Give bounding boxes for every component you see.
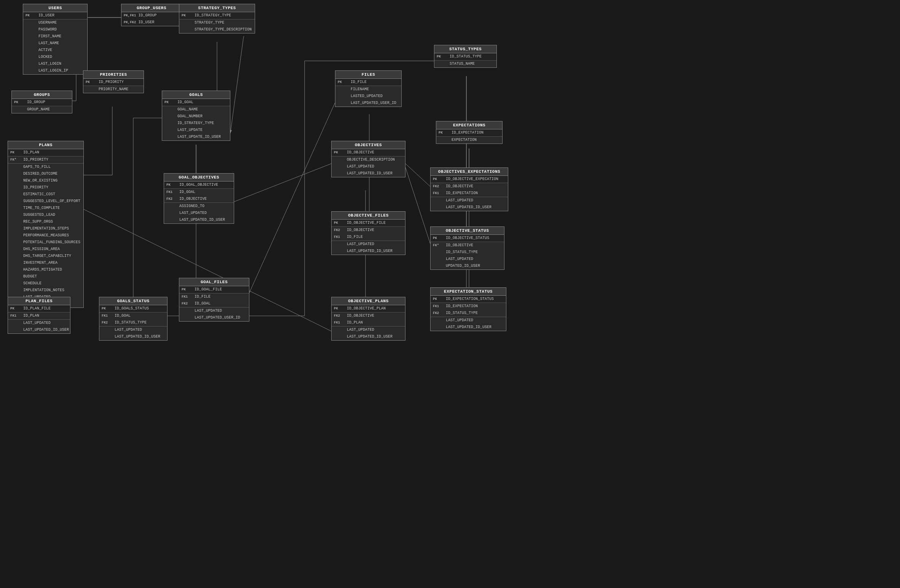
field-name: ID_EXPECTATION [446,304,478,309]
table-row: SUGGESTED_LEAD [8,212,83,218]
table-row: LASTED_UPDATED [335,93,401,100]
table-row: PKID_GOAL_OBJECTIVE [164,182,234,188]
field-name: EXPECTATION [452,137,477,143]
key-label: PK [437,54,447,59]
table-row: PKID_USER [23,12,87,19]
field-name: ID_OBJECTIVE_PLAN [347,306,386,311]
table-row: PKID_STRATEGY_TYPE [179,12,255,19]
table-row: PKID_GOAL [162,99,230,106]
field-name: OBJECTIVE_DESCRIPTION [347,157,395,163]
field-name: ID_GROUP [138,13,156,18]
field-name: GROUP_NAME [27,107,50,112]
field-name: ID_STRATEGY_TYPE [195,13,231,18]
field-name: ID_PLAN [23,150,39,155]
table-row: STRATEGY_TYPE_DESCRIPTION [179,26,255,33]
table-row: PKID_EXPECTATION [436,129,502,136]
field-name: ID_STATUS_TYPE [446,311,478,316]
key-label: PK,FK1 [124,13,136,18]
field-name: LAST_UPDATED [179,210,207,216]
key-label: PK [334,306,345,311]
field-name: ID_STATUS_TYPE [450,54,482,59]
field-name: LAST_UPDATE_ID_USER [177,134,221,140]
field-name: ID_EXPECTATION [446,191,478,196]
field-name: LAST_UPDATED_ID_USER [23,327,69,333]
field-name: ID_OBJECTIVE [446,184,473,189]
table-row: TIME_TO_COMPLETE [8,205,83,212]
table-row: LAST_UPDATED_ID_USER [431,204,508,211]
table-row: POTENTIAL_FUNDING_SOURCES [8,239,83,246]
table-row: DESIRED_OUTCOME [8,171,83,177]
field-name: ID_PLAN_FILE [23,306,51,311]
field-name: STRATEGY_TYPE [195,20,224,25]
table-row: PKID_PLAN_FILE [8,305,70,312]
field-name: INVESTMENT_AREA [23,260,57,266]
table-row: FK1ID_EXPECTATION [431,190,508,197]
field-name: LAST_UPDATED [446,198,473,203]
key-label: PK [10,306,21,311]
table-row: LAST_LOGIN_IP [23,67,87,74]
field-name: LASTED_UPDATED [351,94,383,99]
field-name: SUGGESTED_LEVEL_OF_EFFORT [23,199,80,204]
field-name: FIRST_NAME [38,34,61,39]
svg-line-34 [230,36,244,133]
field-name: ID_GOALS_STATUS [115,306,149,311]
table-row: FK*ID_PRIORITY [8,156,83,163]
table-row: PERFORMANCE_MEASURES [8,232,83,239]
table-goals_status: GOALS_STATUSPKID_GOALS_STATUSFK1ID_GOALF… [99,297,168,341]
key-label: PK [433,236,444,241]
table-row: GOAL_NUMBER [162,113,230,120]
field-name: LAST_LOGIN [38,61,61,67]
table-row: PKID_FILE [335,79,401,86]
key-label: FK2 [433,311,444,316]
field-name: LAST_UPDATED [347,164,374,169]
table-row: IMPLENTATION_NOTES [8,287,83,294]
key-label: PK [102,306,112,311]
field-name: ID_GOAL_OBJECTIVE [179,182,218,188]
key-label: FK2 [334,228,345,233]
field-name: LAST_UPDATED_ID_USER [446,325,491,330]
table-group_users: GROUP_USERSPK,FK1ID_GROUPPK,FK2ID_USER [121,4,182,26]
table-row: FK2ID_OBJECTIVE [332,312,405,319]
table-row: GOAL_NAME [162,106,230,113]
table-row: REC_SUPP_ORGS [8,218,83,225]
table-header-goals: GOALS [162,91,230,99]
table-row: FK1ID_PLAN [332,319,405,326]
field-name: ID_GOAL_FILE [195,287,222,292]
table-row: STATUS_NAME [434,61,496,67]
key-label: PK [334,221,345,226]
key-label: FK* [433,243,444,248]
field-name: HAZARDS_MITIGATED [23,267,62,272]
field-name: ID_GOAL [115,313,131,319]
table-row: LAST_UPDATED_ID_USER [8,327,70,333]
table-users: USERSPKID_USERUSERNAMEPASSWORDFIRST_NAME… [23,4,88,75]
key-label: PK [164,100,175,105]
table-row: LAST_UPDATED_ID_USER [332,170,405,177]
field-name: GOAL_NAME [177,107,198,112]
diagram-canvas: USERSPKID_USERUSERNAMEPASSWORDFIRST_NAME… [0,0,900,588]
table-header-plans: PLANS [8,141,83,149]
field-name: ID_OBJECTIVE_EXPECATION [446,177,498,182]
key-label: PK [334,150,345,155]
field-name: ID_OBJECTIVE_FILE [347,220,386,226]
field-name: ID_OBJECTIVE [347,313,374,319]
field-name: LAST_UPDATED [347,242,374,247]
table-row: LAST_UPDATED [431,317,506,324]
table-row: PKID_OBJECTIVE_EXPECATION [431,176,508,183]
field-name: LAST_UPDATED [347,327,374,333]
table-row: LAST_UPDATED_USER_ID [179,314,249,321]
field-name: USERNAME [38,20,57,25]
table-objectives_expectations: OBJECTIVES_EXPECTATIONSPKID_OBJECTIVE_EX… [430,167,508,211]
table-row: GAPS_TO_FILL [8,164,83,171]
key-label: FK2 [334,314,345,319]
table-row: PK,FK1ID_GROUP [121,12,182,19]
table-row: LAST_UPDATED_USER_ID [335,100,401,107]
field-name: ID_USER [138,20,154,25]
field-name: IMPLENTATION_NOTES [23,288,64,293]
table-row: LAST_UPDATED_ID_USER [332,333,405,340]
table-row: FILENAME [335,86,401,93]
table-row: EXPECTATION [436,137,502,143]
field-name: GAPS_TO_FILL [23,164,51,170]
field-name: POTENTIAL_FUNDING_SOURCES [23,240,80,245]
table-plan_files: PLAN_FILESPKID_PLAN_FILEFK1ID_PLANLAST_U… [8,297,70,334]
table-row: LAST_LOGIN [23,61,87,67]
